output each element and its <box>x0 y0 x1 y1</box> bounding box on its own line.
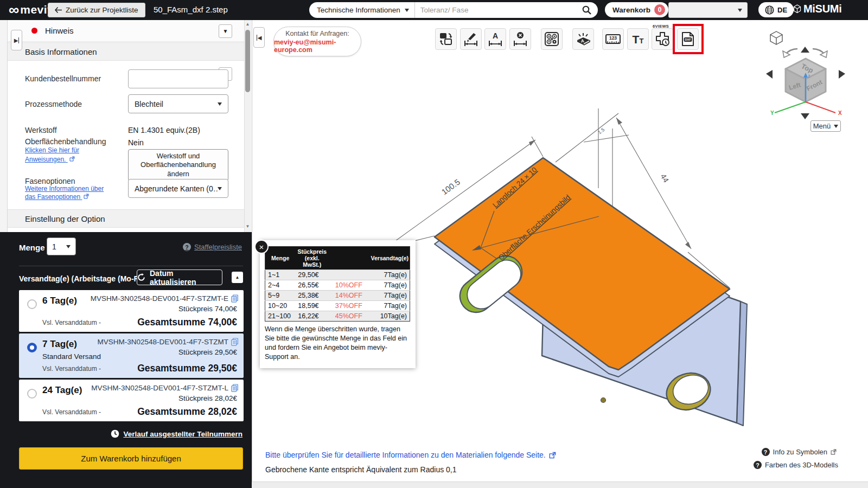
row-price: 16,22€ <box>295 311 329 322</box>
chevron-down-icon <box>738 9 742 12</box>
add-to-cart-button[interactable]: Zum Warenkorb hinzufügen <box>19 447 243 470</box>
kundenbestellnummer-input[interactable] <box>128 69 228 88</box>
language-selector[interactable]: DE <box>758 2 794 17</box>
shipping-option-24-days[interactable]: 24 Tag(e) MVSHM-3N02548-DEV001-4F7-STZMT… <box>19 380 244 421</box>
bottom-strip <box>252 481 868 488</box>
prozessmethode-label: Prozessmethode <box>25 100 82 108</box>
materials-info-label: Bitte überprüfen Sie für detaillierte In… <box>265 451 546 459</box>
fasenoptionen-select[interactable]: Abgerundete Kanten (0… <box>128 179 228 198</box>
shipping-option-6-days[interactable]: 6 Tag(e) MVSHM-3N02548-DEV001-4F7-STZMT-… <box>19 290 244 332</box>
cart-label: Warenkorb <box>612 6 650 14</box>
language-label: DE <box>777 6 787 14</box>
sidebar-expand-handle[interactable]: ▶ <box>11 30 22 50</box>
werkstoff-label: Werkstoff <box>25 126 57 134</box>
basis-title: Basis Informationen <box>25 47 97 56</box>
row-ship: 10Tag(e) <box>369 311 410 322</box>
fasenoptionen-label: Fasenoptionen <box>25 177 75 185</box>
misumi-logo: MiSUMi <box>793 3 841 15</box>
option-ship-date: Vsl. Versanddatum - <box>42 319 101 326</box>
option-days: 7 Tag(e) <box>42 339 77 350</box>
materials-info-link[interactable]: Bitte überprüfen Sie für detaillierte In… <box>265 451 556 459</box>
sidebar-scrollbar-thumb[interactable] <box>245 30 250 92</box>
menge-value: 1 <box>52 242 56 251</box>
fasen-info-link-text: das Fasenoptionen <box>25 193 80 201</box>
info-symbols-label: Info zu Symbolen <box>773 448 827 456</box>
row-qty: 2~4 <box>265 280 296 291</box>
option-total: Gesamtsumme 28,02€ <box>137 406 237 418</box>
row-ship: 7Tag(e) <box>369 291 410 301</box>
cart-count-badge: 0 <box>654 4 665 15</box>
radio-selected-icon[interactable] <box>27 343 37 352</box>
chevron-down-icon <box>218 102 222 106</box>
model-colors-link[interactable]: ? Farben des 3D-Modells <box>754 461 838 469</box>
meviy-logo[interactable]: ∞ meviy <box>9 2 54 18</box>
anweisungen-link[interactable]: Klicken Sie hier für <box>25 146 79 154</box>
update-date-button[interactable]: Datum aktualisieren <box>137 269 222 285</box>
part-number-history-label: Verlauf ausgestellter Teilnummern <box>123 430 242 438</box>
basis-section-header[interactable]: Basis Informationen ▲ <box>8 42 244 61</box>
search-input[interactable] <box>415 6 580 14</box>
fasen-info-link-2[interactable]: das Fasenoptionen <box>25 193 89 201</box>
price-tier-popup: Menge Stückpreis (exkl. MwSt.) Versandta… <box>260 240 416 368</box>
shipping-option-7-days[interactable]: 7 Tag(e) Standard Versand MVSHM-3N02548-… <box>19 333 244 378</box>
row-qty: 10~20 <box>265 301 296 311</box>
option-subtitle: Standard Versand <box>42 352 101 361</box>
price-row: 21~100 16,22€ 45%OFF 10Tag(e) <box>265 311 410 322</box>
model-colors-label: Farben des 3D-Modells <box>765 461 838 469</box>
einstellung-section-header[interactable]: Einstellung der Option ▲ <box>8 209 244 228</box>
price-row: 5~9 25,38€ 14%OFF 7Tag(e) <box>265 291 410 301</box>
prozessmethode-select[interactable]: Blechteil <box>128 94 228 113</box>
question-icon: ? <box>183 243 191 251</box>
staffelpreisliste-link[interactable]: ? Staffelpreisliste <box>183 243 242 251</box>
option-unit-price: Stückpreis 28,02€ <box>178 394 237 402</box>
radio-unselected-icon[interactable] <box>27 299 37 309</box>
cart-button[interactable]: Warenkorb 0 <box>605 2 668 17</box>
versand-collapse-button[interactable]: ▲ <box>232 272 243 283</box>
hinweis-collapse-button[interactable]: ▼ <box>219 24 232 38</box>
scrollbar-down-arrow[interactable]: ▼ <box>244 224 251 229</box>
scrollbar-up-arrow[interactable]: ▲ <box>244 22 251 27</box>
misumi-logo-text: MiSUMi <box>803 3 841 15</box>
top-dropdown[interactable] <box>668 2 748 18</box>
menge-select[interactable]: 1 <box>47 237 76 255</box>
row-price: 25,38€ <box>295 291 329 301</box>
col-header-versand: Versandtag(e) <box>369 247 410 270</box>
update-date-label: Datum aktualisieren <box>150 269 222 286</box>
kundenbestellnummer-label: Kundenbestellnummer <box>25 74 101 83</box>
copy-document-icon[interactable] <box>231 294 238 303</box>
option-part-number: MVSHM-3N02548-DEV001-4F7-STZMT-L <box>91 384 228 392</box>
hinweis-section-header[interactable]: Hinweis ▼ <box>8 20 244 42</box>
option-days: 24 Tag(e) <box>42 385 82 396</box>
option-ship-date: Vsl. Versanddatum - <box>42 365 101 373</box>
question-icon: ? <box>754 461 762 469</box>
radio-unselected-icon[interactable] <box>27 389 37 399</box>
search-category-label: Technische Informationen <box>317 6 400 14</box>
misumi-cube-icon <box>793 4 801 14</box>
back-button-label: Zurück zur Projektliste <box>66 6 138 14</box>
option-part-number: MVSHM-3N02548-DEV001-4F7-STZMT-E <box>91 294 228 303</box>
row-discount: 14%OFF <box>329 291 368 301</box>
info-symbols-link[interactable]: ? Info zu Symbolen <box>762 448 837 456</box>
search-bar: Technische Informationen <box>309 2 598 18</box>
search-category-dropdown[interactable]: Technische Informationen <box>309 2 415 18</box>
fasen-info-link[interactable]: Weitere Informationen über <box>25 185 104 192</box>
row-ship: 7Tag(e) <box>369 270 410 280</box>
menge-label: Menge <box>19 243 45 252</box>
copy-document-icon[interactable] <box>231 338 238 346</box>
part-number-history-link[interactable]: Verlauf ausgestellter Teilnummern <box>111 429 242 438</box>
order-panel: Menge 1 ? Staffelpreisliste Versandtag(e… <box>0 232 252 488</box>
row-price: 29,50€ <box>295 270 329 280</box>
external-link-icon <box>84 194 89 199</box>
external-link-icon <box>549 452 556 459</box>
search-button[interactable] <box>580 5 598 15</box>
back-to-projects-button[interactable]: Zurück zur Projektliste <box>48 3 145 17</box>
dim-width-label: 44 <box>659 172 671 184</box>
config-sidebar: Hinweis ▼ Basis Informationen ▲ Kundenbe… <box>8 20 244 232</box>
popup-close-button[interactable]: × <box>254 240 269 254</box>
copy-document-icon[interactable] <box>231 384 238 392</box>
left-edge-strip <box>0 20 8 232</box>
hinweis-title: Hinweis <box>45 26 74 35</box>
anweisungen-link-2[interactable]: Anweisungen. <box>25 156 75 163</box>
sidebar-collapse-handle[interactable]: ◀ <box>253 27 265 48</box>
change-material-button[interactable]: Werkstoff und Oberflächenbehandlung ände… <box>128 149 228 181</box>
